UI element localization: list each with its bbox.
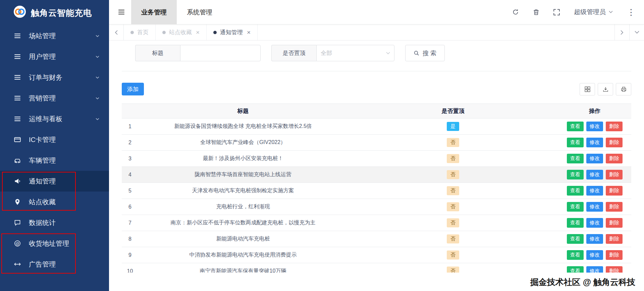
grid-icon[interactable]: [580, 83, 595, 95]
delete-button[interactable]: 删除: [606, 250, 623, 260]
close-icon[interactable]: ×: [196, 29, 200, 35]
search-button[interactable]: 搜 索: [405, 45, 445, 61]
page-tab-site-fav[interactable]: 站点收藏×: [156, 24, 207, 40]
edit-button[interactable]: 修改: [586, 170, 603, 179]
sidebar-item-label: IC卡管理: [29, 135, 100, 144]
header-tab-system[interactable]: 系统管理: [177, 0, 222, 24]
delete-button[interactable]: 删除: [606, 186, 623, 196]
row-index: 7: [122, 215, 138, 231]
view-button[interactable]: 查看: [567, 234, 584, 244]
kebab-menu-icon[interactable]: ⋮: [627, 8, 635, 16]
pin-icon: [14, 199, 23, 205]
edit-button[interactable]: 修改: [586, 154, 603, 163]
edit-button[interactable]: 修改: [586, 218, 603, 228]
edit-button[interactable]: 修改: [586, 250, 603, 260]
view-button[interactable]: 查看: [567, 170, 584, 179]
add-button[interactable]: 添加: [122, 83, 144, 95]
edit-button[interactable]: 修改: [586, 234, 603, 244]
sidebar-item-ops[interactable]: 运维与看板: [0, 108, 109, 129]
tab-list-dropdown-icon[interactable]: [629, 24, 644, 40]
istop-badge: 否: [447, 218, 459, 227]
sidebar-item-label: 车辆管理: [29, 156, 100, 165]
close-icon[interactable]: ×: [247, 29, 251, 35]
table-body: 1新能源设备国货继续领跑全球 充电桩全球买家数增长2.5倍是查看修改删除2全球智…: [122, 119, 631, 273]
sidebar-item-orders[interactable]: 订单与财务: [0, 67, 109, 88]
view-button[interactable]: 查看: [567, 266, 584, 273]
page-tab-label: 站点收藏: [169, 28, 192, 36]
trash-icon[interactable]: [533, 9, 539, 15]
edit-button[interactable]: 修改: [586, 138, 603, 147]
sidebar-item-site-fav[interactable]: 站点收藏: [0, 192, 109, 212]
delete-button[interactable]: 删除: [606, 138, 623, 147]
edit-button[interactable]: 修改: [586, 266, 603, 273]
sidebar-item-label: 运维与看板: [29, 115, 95, 124]
chevron-down-icon: [609, 11, 613, 13]
row-index: 3: [122, 151, 138, 167]
istop-filter-select[interactable]: 全部: [316, 45, 394, 61]
istop-badge: 否: [447, 234, 459, 243]
view-button[interactable]: 查看: [567, 202, 584, 212]
view-button[interactable]: 查看: [567, 218, 584, 228]
row-title: 全球智能汽车产业峰会（GIV2022）: [138, 135, 348, 151]
refresh-icon[interactable]: [512, 9, 519, 15]
view-button[interactable]: 查看: [567, 138, 584, 147]
sidebar-item-users[interactable]: 用户管理: [0, 46, 109, 67]
view-button[interactable]: 查看: [567, 154, 584, 163]
page-tab-home[interactable]: 首页: [124, 24, 156, 40]
view-button[interactable]: 查看: [567, 186, 584, 196]
arrows-icon: [14, 261, 23, 268]
sidebar-item-label: 通知管理: [29, 177, 100, 186]
istop-badge: 否: [447, 202, 459, 211]
row-actions: 查看修改删除: [558, 215, 631, 231]
istop-badge: 否: [447, 250, 459, 260]
fullscreen-icon[interactable]: [553, 9, 560, 15]
table-tools: [580, 83, 631, 95]
sidebar-item-marketing[interactable]: 营销管理: [0, 88, 109, 108]
sidebar-item-ic-card[interactable]: IC卡管理: [0, 129, 109, 150]
sidebar-item-label: 站点收藏: [29, 198, 100, 207]
delete-button[interactable]: 删除: [606, 122, 623, 131]
tab-scroll-left-icon[interactable]: [109, 24, 124, 40]
filter-section: 标题 是否置顶 全部 搜 索: [122, 41, 631, 71]
delete-button[interactable]: 删除: [606, 266, 623, 273]
delete-button[interactable]: 删除: [606, 202, 623, 212]
edit-button[interactable]: 修改: [586, 122, 603, 131]
view-button[interactable]: 查看: [567, 122, 584, 131]
notice-table: 标题是否置顶操作 1新能源设备国货继续领跑全球 充电桩全球买家数增长2.5倍是查…: [122, 103, 631, 273]
title-filter-label: 标题: [135, 45, 180, 61]
sidebar-item-label: 营销管理: [29, 94, 95, 103]
tab-dot: [213, 31, 217, 34]
delete-button[interactable]: 删除: [606, 154, 623, 163]
sidebar-item-notice[interactable]: 通知管理: [0, 171, 109, 192]
user-name: 超级管理员: [574, 8, 606, 16]
page-tab-notice[interactable]: 通知管理×: [207, 24, 258, 40]
sidebar-item-label: 数据统计: [29, 218, 100, 227]
delete-button[interactable]: 删除: [606, 218, 623, 228]
collapse-menu-icon[interactable]: [109, 8, 131, 16]
table-header-row: 标题是否置顶操作: [122, 104, 631, 119]
delete-button[interactable]: 删除: [606, 170, 623, 179]
title-filter-input[interactable]: [180, 45, 261, 61]
megaphone-icon: [14, 178, 23, 185]
sidebar-item-vehicles[interactable]: 车辆管理: [0, 150, 109, 171]
sidebar-item-stats[interactable]: 数据统计: [0, 212, 109, 233]
view-button[interactable]: 查看: [567, 250, 584, 260]
user-menu[interactable]: 超级管理员: [574, 8, 613, 16]
title-filter-group: 标题: [135, 45, 261, 61]
menu-lines-icon: [14, 95, 23, 101]
delete-button[interactable]: 删除: [606, 234, 623, 244]
print-icon[interactable]: [616, 83, 631, 95]
tab-scroll-right-icon[interactable]: [614, 24, 629, 40]
row-actions: 查看修改删除: [558, 231, 631, 247]
export-icon[interactable]: [598, 83, 613, 95]
header-tab-business[interactable]: 业务管理: [131, 0, 177, 24]
edit-button[interactable]: 修改: [586, 186, 603, 196]
sidebar-item-station[interactable]: 场站管理: [0, 25, 109, 46]
row-title: 天津发布电动汽车充电桩强制检定实施方案: [138, 183, 348, 199]
search-icon: [414, 50, 419, 56]
edit-button[interactable]: 修改: [586, 202, 603, 212]
row-actions: 查看修改删除: [558, 247, 631, 263]
sidebar-item-address[interactable]: @收货地址管理: [0, 233, 109, 254]
row-actions: 查看修改删除: [558, 135, 631, 151]
sidebar-item-ads[interactable]: 广告管理: [0, 254, 109, 275]
